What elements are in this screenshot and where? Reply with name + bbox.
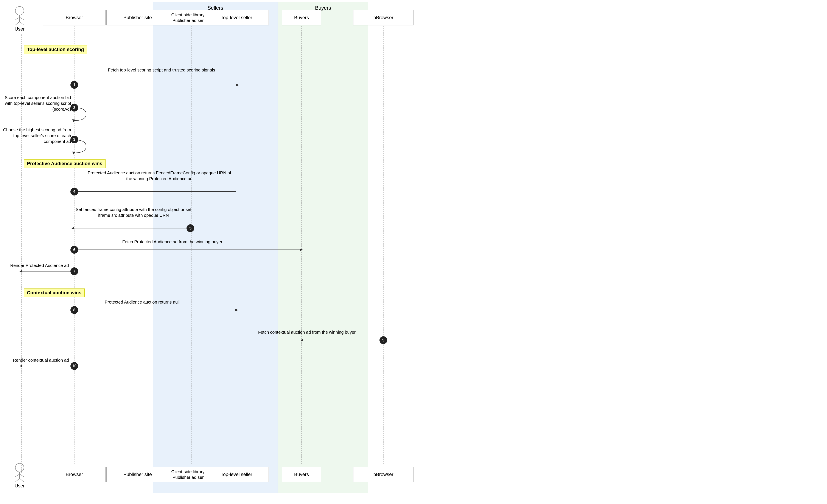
buyers-group-bg: Buyers [278,2,368,493]
user-actor-top: User [12,6,27,32]
msg-3-label: Choose the highest scoring ad from top-l… [0,127,71,145]
annotation-pa-wins: Protective Audience auction wins [24,159,105,168]
step-circle-8: 8 [70,306,78,314]
svg-line-37 [19,478,24,482]
svg-point-32 [15,463,24,472]
sequence-arrows [0,0,827,504]
msg-7-label: Render Protected Audience ad [0,263,69,268]
msg-10-label: Render contextual auction ad [0,357,69,363]
step-circle-6: 6 [70,246,78,254]
buyers-actor-top: Buyers [282,10,321,26]
step-circle-2: 2 [70,104,78,111]
msg-1-label: Fetch top-level scoring script and trust… [93,67,231,73]
user-icon-top [12,6,27,26]
step-circle-1: 1 [70,81,78,89]
diagram-container: Sellers Buyers [0,0,827,504]
top-level-seller-actor-top: Top-level seller [204,10,269,26]
svg-line-28 [15,17,19,20]
svg-line-36 [15,478,19,482]
user-icon-bottom [12,463,27,482]
pbrowser-actor-top: pBrowser [353,10,414,26]
msg-6-label: Fetch Protected Audience ad from the win… [97,239,248,245]
step-circle-4: 4 [70,188,78,196]
svg-marker-19 [19,270,22,272]
user-label-top: User [15,26,25,32]
msg-9-label: Fetch contextual auction ad from the win… [237,330,377,335]
svg-line-31 [19,21,24,25]
user-label-bottom: User [15,483,25,489]
annotation-contextual-wins: Contextual auction wins [24,289,85,297]
sellers-group-bg: Sellers [153,2,278,493]
step-circle-10: 10 [70,362,78,370]
step-circle-3: 3 [70,136,78,143]
buyers-actor-bottom: Buyers [282,467,321,482]
step-circle-7: 7 [70,267,78,275]
svg-marker-10 [72,152,76,155]
msg-5-label: Set fenced frame config attribute with t… [73,207,194,218]
annotation-top-level-scoring: Top-level auction scoring [24,45,87,54]
svg-line-35 [19,474,24,477]
user-actor-bottom: User [12,463,27,489]
pbrowser-actor-bottom: pBrowser [353,467,414,482]
svg-marker-9 [72,119,76,122]
browser-actor-top: Browser [43,10,105,26]
svg-line-34 [15,474,19,477]
svg-line-29 [19,17,24,20]
svg-marker-15 [71,227,74,230]
msg-2-label: Score each component auction bid with to… [0,95,71,112]
svg-line-30 [15,21,19,25]
top-level-seller-actor-bottom: Top-level seller [204,467,269,482]
step-circle-5: 5 [187,224,194,232]
browser-actor-bottom: Browser [43,467,105,482]
msg-8-label: Protected Audience auction returns null [82,299,202,305]
step-circle-9: 9 [380,336,387,344]
svg-marker-25 [19,365,22,367]
svg-point-26 [15,6,24,15]
msg-4-label: Protected Audience auction returns Fence… [86,170,233,182]
